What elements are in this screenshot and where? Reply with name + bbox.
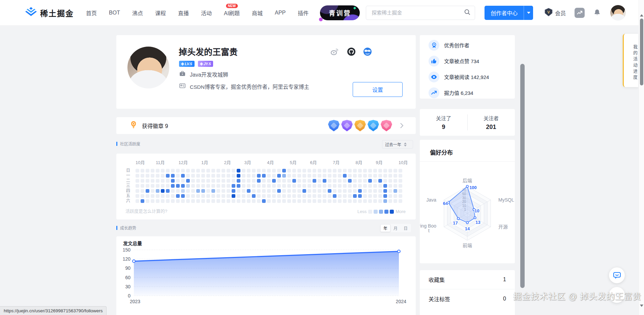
heatmap-cell[interactable] (399, 194, 402, 198)
heatmap-cell[interactable] (383, 169, 387, 173)
heatmap-cell[interactable] (272, 184, 276, 188)
heatmap-cell[interactable] (292, 199, 296, 203)
heatmap-cell[interactable] (186, 189, 190, 193)
heatmap-cell[interactable] (252, 194, 256, 198)
weibo-icon[interactable] (330, 48, 340, 57)
heatmap-cell[interactable] (222, 184, 225, 188)
heatmap-cell[interactable] (222, 174, 225, 178)
heatmap-cell[interactable] (378, 169, 382, 173)
heatmap-cell[interactable] (146, 184, 149, 188)
heatmap-cell[interactable] (161, 184, 165, 188)
heatmap-cell[interactable] (343, 189, 347, 193)
heatmap-cell[interactable] (333, 194, 336, 198)
heatmap-cell[interactable] (211, 179, 215, 183)
tags-row[interactable]: 关注标签 0 (420, 289, 515, 308)
heatmap-cell[interactable] (399, 179, 402, 183)
heatmap-cell[interactable] (156, 184, 159, 188)
heatmap-cell[interactable] (272, 174, 276, 178)
heatmap-cell[interactable] (186, 174, 190, 178)
heatmap-cell[interactable] (136, 189, 139, 193)
heatmap-cell[interactable] (156, 169, 159, 173)
heatmap-cell[interactable] (277, 199, 281, 203)
heatmap-cell[interactable] (227, 199, 230, 203)
heatmap-cell[interactable] (318, 169, 321, 173)
heatmap-cell[interactable] (308, 184, 311, 188)
heatmap-cell[interactable] (388, 194, 392, 198)
content-scrollbar-thumb[interactable] (520, 64, 525, 288)
heatmap-cell[interactable] (247, 179, 251, 183)
github-icon[interactable] (347, 47, 356, 57)
heatmap-cell[interactable] (232, 179, 235, 183)
nav-item-3[interactable]: 课程 (155, 9, 166, 17)
heatmap-cell[interactable] (232, 189, 235, 193)
nav-item-2[interactable]: 沸点 (132, 9, 143, 17)
activity-help-link[interactable]: 活跃度是怎么计算的? (125, 208, 167, 214)
heatmap-cell[interactable] (141, 179, 144, 183)
heatmap-cell[interactable] (211, 189, 215, 193)
heatmap-cell[interactable] (206, 179, 210, 183)
heatmap-cell[interactable] (348, 174, 352, 178)
heatmap-cell[interactable] (399, 184, 402, 188)
heatmap-cell[interactable] (146, 194, 149, 198)
creator-center-dropdown[interactable] (524, 6, 533, 20)
heatmap-cell[interactable] (151, 169, 154, 173)
heatmap-cell[interactable] (161, 199, 165, 203)
heatmap-cell[interactable] (267, 184, 271, 188)
heatmap-cell[interactable] (292, 174, 296, 178)
heatmap-cell[interactable] (368, 169, 372, 173)
heatmap-cell[interactable] (338, 184, 342, 188)
heatmap-cell[interactable] (232, 194, 235, 198)
heatmap-cell[interactable] (363, 199, 367, 203)
heatmap-cell[interactable] (166, 199, 170, 203)
nav-item-9[interactable]: 插件 (298, 9, 309, 17)
heatmap-cell[interactable] (237, 199, 240, 203)
heatmap-cell[interactable] (318, 189, 321, 193)
heatmap-cell[interactable] (277, 194, 281, 198)
heatmap-cell[interactable] (247, 169, 251, 173)
heatmap-cell[interactable] (237, 184, 240, 188)
heatmap-cell[interactable] (176, 184, 180, 188)
heatmap-cell[interactable] (333, 179, 336, 183)
heatmap-cell[interactable] (232, 174, 235, 178)
heatmap-cell[interactable] (308, 189, 311, 193)
heatmap-cell[interactable] (302, 199, 306, 203)
badge-pink[interactable] (381, 120, 392, 131)
heatmap-cell[interactable] (191, 174, 195, 178)
heatmap-cell[interactable] (353, 199, 357, 203)
heatmap-cell[interactable] (242, 179, 245, 183)
heatmap-cell[interactable] (222, 179, 225, 183)
heatmap-cell[interactable] (292, 194, 296, 198)
creator-growth-icon[interactable] (575, 8, 585, 18)
heatmap-cell[interactable] (176, 199, 180, 203)
heatmap-cell[interactable] (242, 189, 245, 193)
heatmap-cell[interactable] (151, 184, 154, 188)
heatmap-cell[interactable] (227, 194, 230, 198)
heatmap-cell[interactable] (196, 194, 200, 198)
heatmap-cell[interactable] (333, 199, 336, 203)
heatmap-cell[interactable] (338, 189, 342, 193)
heatmap-cell[interactable] (297, 194, 301, 198)
heatmap-cell[interactable] (206, 194, 210, 198)
heatmap-cell[interactable] (368, 194, 372, 198)
heatmap-cell[interactable] (262, 189, 266, 193)
heatmap-cell[interactable] (156, 189, 159, 193)
heatmap-cell[interactable] (151, 194, 154, 198)
heatmap-cell[interactable] (318, 174, 321, 178)
heatmap-cell[interactable] (287, 194, 291, 198)
heatmap-cell[interactable] (201, 184, 205, 188)
heatmap-cell[interactable] (383, 184, 387, 188)
my-activity-progress-tab[interactable]: 我的活动进度 (623, 34, 638, 87)
heatmap-cell[interactable] (343, 169, 347, 173)
heatmap-cell[interactable] (373, 194, 377, 198)
heatmap-cell[interactable] (348, 194, 352, 198)
heatmap-cell[interactable] (297, 169, 301, 173)
heatmap-cell[interactable] (353, 184, 357, 188)
notification-bell-icon[interactable] (593, 8, 602, 17)
heatmap-cell[interactable] (302, 174, 306, 178)
heatmap-cell[interactable] (328, 199, 331, 203)
heatmap-cell[interactable] (272, 179, 276, 183)
juejin-logo[interactable]: 稀土掘金 (25, 7, 74, 19)
heatmap-cell[interactable] (242, 194, 245, 198)
heatmap-cell[interactable] (136, 184, 139, 188)
creator-center-button[interactable]: 创作者中心 (485, 6, 533, 20)
